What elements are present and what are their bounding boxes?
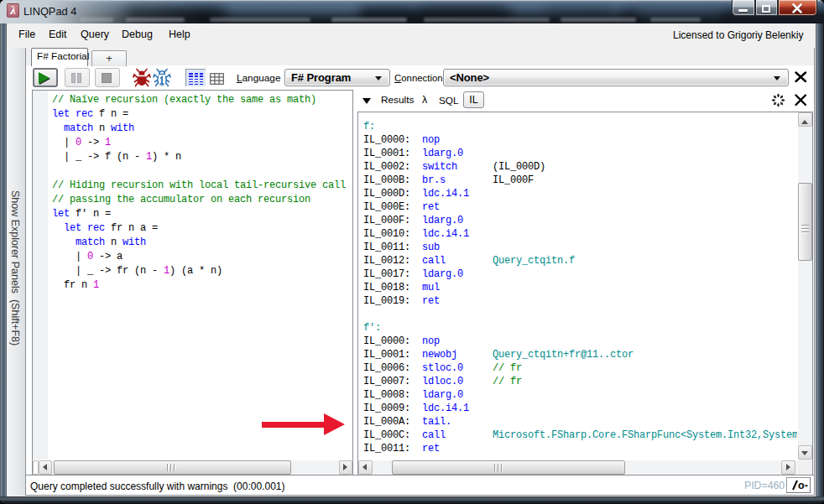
svg-text:o-: o- [798,480,808,491]
